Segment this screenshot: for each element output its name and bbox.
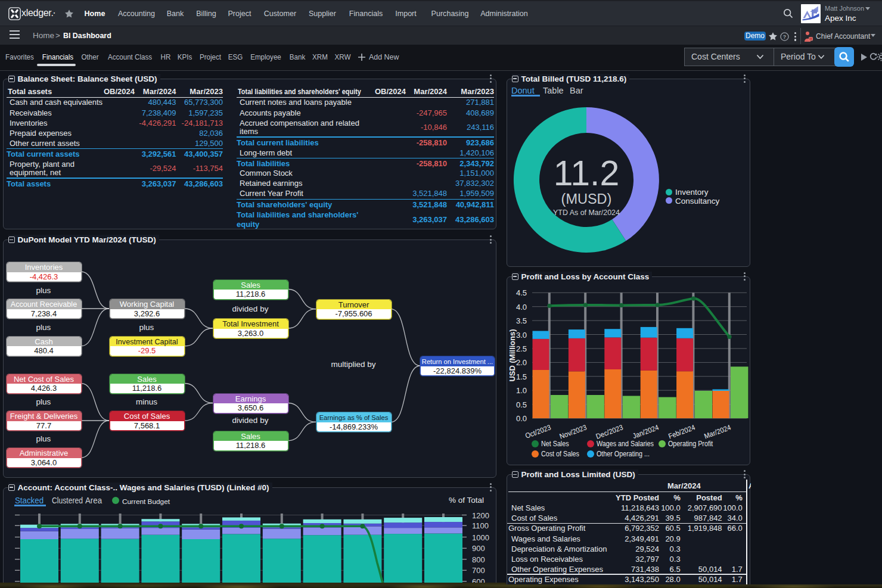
svg-text:?: ? xyxy=(783,34,786,40)
